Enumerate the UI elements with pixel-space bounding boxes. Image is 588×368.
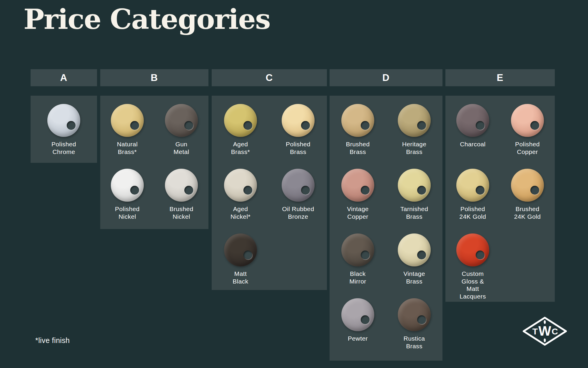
disc-hole [417,315,426,324]
category-letter: A [60,72,68,83]
finish-label: BrushedBrass [346,140,370,155]
category-panel-a: PolishedChrome [31,96,97,163]
finish-label: VintageBrass [403,270,425,285]
finish-label: CustomGloss &MattLacquers [460,270,486,300]
disc-hole [184,121,193,130]
swatch-brushed-nickel: BrushedNickel [154,164,208,229]
category-header-b: B [100,69,208,86]
disc-hole [184,186,193,195]
finish-label: Pewter [348,335,368,342]
finish-disc [341,233,374,266]
disc-hole [361,186,370,195]
swatch-polished-nickel: PolishedNickel [100,164,154,229]
finish-label: PolishedCopper [515,140,540,155]
swatch-vintage-copper: VintageCopper [330,164,386,229]
swatch-polished-copper: PolishedCopper [500,99,555,164]
finish-disc [511,169,544,202]
finish-disc [398,298,431,331]
finish-disc [341,169,374,202]
category-panel-b: NaturalBrass*GunMetalPolishedNickelBrush… [100,96,208,229]
swatch-natural-brass: NaturalBrass* [100,99,154,164]
swatch-gun-metal: GunMetal [154,99,208,164]
logo-dot-bottom [544,339,546,342]
disc-hole [530,121,539,130]
finish-disc [341,104,374,137]
disc-hole [476,121,485,130]
swatch-tarnished-brass: TarnishedBrass [386,164,442,229]
swatch-rustica-brass: RusticaBrass [386,294,442,358]
finish-label: VintageCopper [347,205,369,220]
disc-hole [301,186,310,195]
disc-hole [243,186,252,195]
logo-letter-w: W [538,323,551,339]
category-header-a: A [31,69,97,86]
disc-hole [361,121,370,130]
live-finish-footnote: *live finish [35,336,70,345]
finish-label: GunMetal [173,140,189,155]
category-header-d: D [330,69,442,86]
finish-label: PolishedNickel [115,205,140,220]
finish-disc [111,169,144,202]
swatch-brushed-24k-gold: Brushed24K Gold [500,164,555,229]
finish-label: Polished24K Gold [460,205,486,220]
disc-hole [243,121,252,130]
finish-label: NaturalBrass* [117,140,138,155]
finish-label: Oil RubbedBronze [282,205,314,220]
category-letter: C [266,72,273,83]
category-header-e: E [445,69,555,86]
disc-hole [67,121,76,130]
swatch-polished-24k-gold: Polished24K Gold [445,164,500,229]
finish-label: Charcoal [460,140,485,148]
finish-disc [224,104,257,137]
finish-disc [398,233,431,266]
disc-hole [301,121,310,130]
finish-disc [111,104,144,137]
swatch-custom-gloss-matt-lacquers: CustomGloss &MattLacquers [445,229,500,300]
category-letter: E [497,72,503,83]
swatch-oil-rubbed-bronze: Oil RubbedBronze [269,164,327,229]
finish-disc [456,169,489,202]
swatch-pewter: Pewter [330,294,386,358]
swatch-vintage-brass: VintageBrass [386,229,442,294]
page-title: Price Categories [24,3,270,35]
swatch-brushed-brass: BrushedBrass [330,99,386,164]
finish-disc [398,104,431,137]
finish-label: BrushedNickel [169,205,193,220]
swatch-aged-brass: AgedBrass* [212,99,269,164]
swatch-black-mirror: BlackMirror [330,229,386,294]
finish-label: BlackMirror [349,270,366,285]
swatch-matt-black: MattBlack [212,229,269,294]
disc-hole [417,251,426,259]
logo-dot-top [544,320,546,324]
disc-hole [417,121,426,130]
finish-disc [456,104,489,137]
swatch-charcoal: Charcoal [445,99,500,164]
finish-label: RusticaBrass [404,335,425,350]
disc-hole [130,121,139,130]
finish-label: AgedBrass* [231,140,250,155]
twc-logo: T W C [523,317,567,346]
finish-label: TarnishedBrass [400,205,428,220]
finish-disc [165,104,198,137]
disc-hole [476,186,485,195]
category-letter: B [151,72,158,83]
finish-label: Brushed24K Gold [514,205,541,220]
finish-label: PolishedBrass [286,140,310,155]
finish-disc [456,233,489,266]
finish-label: PolishedChrome [51,140,76,155]
finish-label: MattBlack [233,270,248,285]
finish-disc [341,298,374,331]
finish-disc [47,104,80,137]
finish-label: HeritageBrass [402,140,427,155]
disc-hole [530,186,539,195]
category-panel-d: BrushedBrassHeritageBrassVintageCopperTa… [330,96,442,361]
disc-hole [476,251,485,259]
disc-hole [361,251,370,259]
logo-letter-t: T [532,326,538,336]
disc-hole [130,186,139,195]
swatch-heritage-brass: HeritageBrass [386,99,442,164]
disc-hole [243,251,252,259]
finish-disc [282,104,315,137]
disc-hole [417,186,426,195]
category-panel-c: AgedBrass*PolishedBrassAgedNickel*Oil Ru… [212,96,327,290]
